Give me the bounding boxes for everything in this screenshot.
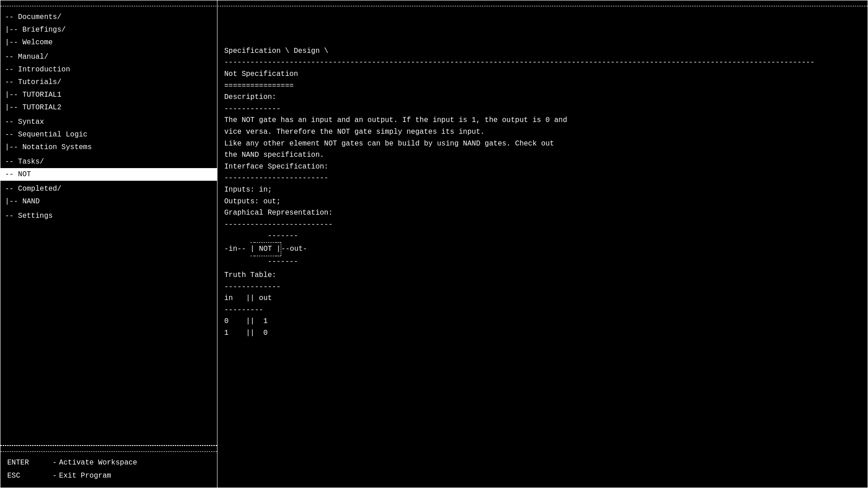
workspace-line: Not Specification <box>224 69 861 80</box>
help-description: Exit Program <box>59 470 111 482</box>
workspace-line: ----------------------------------------… <box>224 57 861 69</box>
help-key: ENTER <box>7 457 52 469</box>
tree-item[interactable]: -- Introduction <box>0 63 217 76</box>
selected-tree-item[interactable]: -- NOT <box>0 168 217 181</box>
help-key: ESC <box>7 470 52 482</box>
workspace-line: Interface Specification: <box>224 161 861 173</box>
workspace-line: Specification \ Design \ <box>224 46 861 57</box>
tree-item[interactable]: -- Settings <box>0 210 217 222</box>
not-gate-diagram: --------in-- | NOT |--out- ------- <box>224 230 861 268</box>
diagram-left: -in-- <box>224 244 250 255</box>
tree-item[interactable]: -- Tasks/ <box>0 155 217 168</box>
quick-help-title <box>0 446 217 452</box>
help-dash: - <box>52 457 57 469</box>
help-dash: - <box>52 470 57 482</box>
workspace-line: ================ <box>224 80 861 92</box>
workspace-line: ------------- <box>224 103 861 115</box>
tree-item[interactable]: |-- TUTORIAL1 <box>0 89 217 101</box>
workspace-line: Inputs: in; <box>224 184 861 196</box>
help-row: ESC- Exit Program <box>7 469 210 483</box>
tree-item[interactable]: -- Syntax <box>0 116 217 128</box>
tree-item[interactable]: -- Completed/ <box>0 183 217 195</box>
help-description: Activate Workspace <box>59 457 137 469</box>
truth-table-line: 1 || 0 <box>224 328 861 339</box>
quick-help-section: ENTER- Activate WorkspaceESC- Exit Progr… <box>0 446 217 488</box>
truth-table-line: in || out <box>224 293 861 305</box>
quick-help-content: ENTER- Activate WorkspaceESC- Exit Progr… <box>0 452 217 488</box>
app-container: -- Documents/|-- Briefings/|-- Welcome--… <box>0 0 868 488</box>
workspace-line: Outputs: out; <box>224 196 861 208</box>
truth-table-line: ------------- <box>224 282 861 293</box>
diagram-right: --out- <box>281 244 307 255</box>
tree-item[interactable]: -- Manual/ <box>0 51 217 63</box>
tree-item[interactable]: |-- NAND <box>0 195 217 208</box>
tree-item[interactable]: |-- Briefings/ <box>0 23 217 36</box>
tree-item[interactable]: -- Sequential Logic <box>0 128 217 141</box>
workspace-line: Graphical Representation: <box>224 207 861 219</box>
not-gate-label: NOT <box>255 242 276 257</box>
workspace-line: ------------------------ <box>224 173 861 184</box>
truth-table-line: --------- <box>224 305 861 316</box>
right-panel: Specification \ Design \----------------… <box>217 6 868 488</box>
workspace-content: Specification \ Design \----------------… <box>224 11 861 339</box>
workspace-title <box>217 0 868 6</box>
header-row <box>0 0 868 6</box>
explorer-tree: -- Documents/|-- Briefings/|-- Welcome--… <box>0 6 217 446</box>
tree-item[interactable]: -- Tutorials/ <box>0 76 217 89</box>
workspace-line: The NOT gate has an input and an output.… <box>224 115 861 161</box>
left-panel: -- Documents/|-- Briefings/|-- Welcome--… <box>0 6 217 488</box>
tree-item[interactable]: -- Documents/ <box>0 11 217 23</box>
explorer-title <box>0 0 217 6</box>
help-row: ENTER- Activate Workspace <box>7 456 210 470</box>
main-content: -- Documents/|-- Briefings/|-- Welcome--… <box>0 6 868 488</box>
tree-item[interactable]: |-- Notation Systems <box>0 141 217 154</box>
workspace-line: Description: <box>224 92 861 103</box>
truth-table-line: Truth Table: <box>224 270 861 282</box>
workspace-line: ------------------------- <box>224 219 861 231</box>
truth-table-line: 0 || 1 <box>224 316 861 328</box>
tree-item[interactable]: |-- Welcome <box>0 36 217 49</box>
tree-item[interactable]: |-- TUTORIAL2 <box>0 101 217 114</box>
